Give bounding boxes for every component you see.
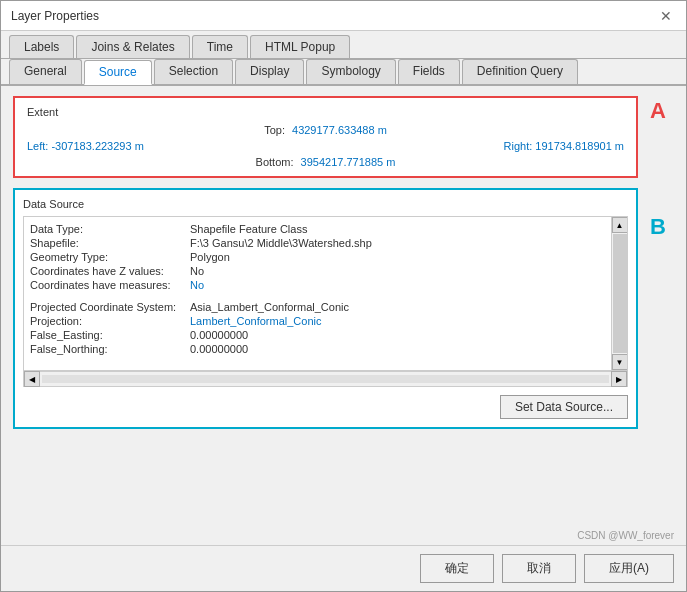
hscroll-right-arrow[interactable]: ▶ — [611, 371, 627, 387]
ds-val-2: Polygon — [190, 251, 230, 263]
scrollbar-down-arrow[interactable]: ▼ — [612, 354, 628, 370]
tab-fields[interactable]: Fields — [398, 59, 460, 84]
extent-bottom-empty-left — [27, 156, 226, 168]
extent-left-row: Left: -307183.223293 m — [27, 140, 226, 152]
hscroll-track — [42, 375, 609, 383]
extent-right-label: Right: 191734.818901 m — [504, 140, 624, 152]
tab-source[interactable]: Source — [84, 60, 152, 85]
tab-html-popup[interactable]: HTML Popup — [250, 35, 350, 58]
extent-grid: Top: 4329177.633488 m Left: -307183.2232… — [27, 124, 624, 168]
extent-bottom-value: 3954217.771885 m — [301, 156, 396, 168]
extent-section: Extent Top: 4329177.633488 m Left: -3071… — [13, 96, 638, 178]
ds-key-4: Coordinates have measures: — [30, 279, 190, 291]
ds-val-6: Lambert_Conformal_Conic — [190, 315, 321, 327]
set-datasource-row: Set Data Source... — [23, 395, 628, 419]
scrollbar-thumb[interactable] — [613, 234, 627, 353]
layer-properties-window: Layer Properties ✕ Labels Joins & Relate… — [0, 0, 687, 592]
set-datasource-button[interactable]: Set Data Source... — [500, 395, 628, 419]
extent-top-label: Top: — [264, 124, 285, 136]
datasource-scrollbar[interactable]: ▲ ▼ — [611, 217, 627, 370]
ds-row-8: False_Northing: 0.00000000 — [30, 343, 609, 355]
tab-time[interactable]: Time — [192, 35, 248, 58]
extent-bottom-row: Bottom: 3954217.771885 m — [226, 156, 425, 168]
extent-bottom-label: Bottom: — [256, 156, 294, 168]
extent-top-value: 4329177.633488 m — [292, 124, 387, 136]
ds-val-8: 0.00000000 — [190, 343, 248, 355]
datasource-label: Data Source — [23, 198, 628, 210]
extent-top-empty-left — [27, 124, 226, 136]
letter-a: A — [650, 98, 686, 124]
ds-key-5: Projected Coordinate System: — [30, 301, 190, 313]
main-content: Extent Top: 4329177.633488 m Left: -3071… — [1, 86, 686, 439]
hscroll-left-arrow[interactable]: ◀ — [24, 371, 40, 387]
tab-row-2: General Source Selection Display Symbolo… — [1, 59, 686, 86]
datasource-content: Data Type: Shapefile Feature Class Shape… — [23, 216, 628, 371]
tab-definition-query[interactable]: Definition Query — [462, 59, 578, 84]
title-bar: Layer Properties ✕ — [1, 1, 686, 31]
ds-row-6: Projection: Lambert_Conformal_Conic — [30, 315, 609, 327]
watermark: CSDN @WW_forever — [1, 528, 686, 545]
ds-val-7: 0.00000000 — [190, 329, 248, 341]
ds-row-1: Shapefile: F:\3 Gansu\2 Middle\3Watershe… — [30, 237, 609, 249]
tab-joins-relates[interactable]: Joins & Relates — [76, 35, 189, 58]
main-panel: Extent Top: 4329177.633488 m Left: -3071… — [1, 86, 650, 439]
ds-row-5: Projected Coordinate System: Asia_Lamber… — [30, 301, 609, 313]
window-title: Layer Properties — [11, 9, 99, 23]
ds-val-5: Asia_Lambert_Conformal_Conic — [190, 301, 349, 313]
ds-key-7: False_Easting: — [30, 329, 190, 341]
confirm-button[interactable]: 确定 — [420, 554, 494, 583]
extent-left-label: Left: -307183.223293 m — [27, 140, 144, 152]
extent-top-row: Top: 4329177.633488 m — [226, 124, 425, 136]
ds-key-3: Coordinates have Z values: — [30, 265, 190, 277]
ds-row-4: Coordinates have measures: No — [30, 279, 609, 291]
tab-symbology[interactable]: Symbology — [306, 59, 395, 84]
ds-val-0: Shapefile Feature Class — [190, 223, 307, 235]
tab-row-1: Labels Joins & Relates Time HTML Popup — [1, 31, 686, 59]
ds-row-2: Geometry Type: Polygon — [30, 251, 609, 263]
extent-top-empty-right — [425, 124, 624, 136]
ds-key-8: False_Northing: — [30, 343, 190, 355]
ds-row-7: False_Easting: 0.00000000 — [30, 329, 609, 341]
ds-val-3: No — [190, 265, 204, 277]
ds-val-1: F:\3 Gansu\2 Middle\3Watershed.shp — [190, 237, 372, 249]
extent-bottom-empty-right — [425, 156, 624, 168]
tab-selection[interactable]: Selection — [154, 59, 233, 84]
ds-key-2: Geometry Type: — [30, 251, 190, 263]
apply-button[interactable]: 应用(A) — [584, 554, 674, 583]
ds-row-3: Coordinates have Z values: No — [30, 265, 609, 277]
right-letters: A B — [650, 86, 686, 439]
ds-key-6: Projection: — [30, 315, 190, 327]
tab-general[interactable]: General — [9, 59, 82, 84]
extent-center-empty — [226, 140, 425, 152]
letter-b: B — [650, 214, 686, 240]
extent-right-row: Right: 191734.818901 m — [425, 140, 624, 152]
ds-key-1: Shapefile: — [30, 237, 190, 249]
tab-display[interactable]: Display — [235, 59, 304, 84]
datasource-section: Data Source Data Type: Shapefile Feature… — [13, 188, 638, 429]
ds-val-4: No — [190, 279, 204, 291]
ds-row-0: Data Type: Shapefile Feature Class — [30, 223, 609, 235]
ds-empty-row — [30, 293, 609, 301]
footer: 确定 取消 应用(A) — [1, 545, 686, 591]
extent-label: Extent — [27, 106, 624, 118]
cancel-button[interactable]: 取消 — [502, 554, 576, 583]
datasource-hscroll[interactable]: ◀ ▶ — [23, 371, 628, 387]
close-button[interactable]: ✕ — [656, 8, 676, 24]
ds-key-0: Data Type: — [30, 223, 190, 235]
scrollbar-up-arrow[interactable]: ▲ — [612, 217, 628, 233]
tab-labels[interactable]: Labels — [9, 35, 74, 58]
